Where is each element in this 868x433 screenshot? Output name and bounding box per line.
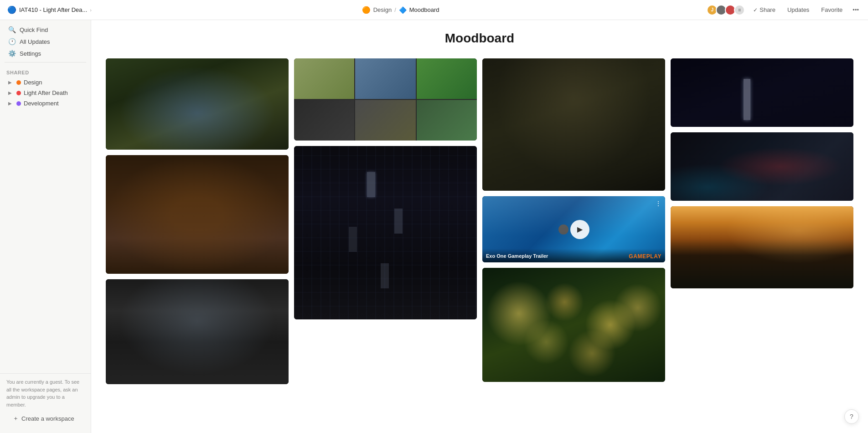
breadcrumb-page-icon: 🔷	[399, 6, 407, 14]
more-button[interactable]: •••	[851, 5, 861, 15]
search-icon: 🔍	[8, 26, 16, 33]
topbar-right: J II ✓ Share Updates Favorite •••	[707, 5, 861, 16]
grid-column-4	[671, 58, 853, 288]
dev-dot	[16, 101, 21, 106]
topbar: 🔵 IAT410 - Light After Dea... › 🟠 Design…	[0, 0, 868, 20]
image-dark-interior[interactable]	[671, 58, 853, 127]
app-icon: 🔵	[7, 5, 16, 14]
design-dot	[16, 80, 21, 85]
updates-label: Updates	[787, 6, 809, 13]
breadcrumb-design-icon: 🟠	[362, 6, 371, 14]
terrain-cell-6	[417, 100, 477, 141]
sidebar-quick-find-label: Quick Find	[20, 26, 48, 33]
terrain-cell-1	[294, 58, 354, 99]
page-title: Moodboard	[106, 31, 853, 46]
app-title[interactable]: IAT410 - Light After Dea...	[19, 6, 87, 13]
image-dark-building[interactable]	[294, 146, 477, 319]
sidebar-item-settings[interactable]: ⚙️ Settings	[2, 47, 89, 59]
sidebar-lad-label: Light After Death	[24, 89, 68, 96]
image-dark-corridor[interactable]	[671, 132, 853, 201]
ghost-figure-image	[106, 58, 289, 150]
sidebar-design-label: Design	[24, 79, 42, 86]
favorite-label: Favorite	[821, 6, 842, 13]
tree-arrow-dev: ▶	[8, 101, 14, 106]
image-ghost-creature[interactable]	[106, 279, 289, 384]
terrain-cell-3	[417, 58, 477, 99]
moodboard-grid: ▶ ⋮ Exo One Gameplay Trailer GAMEPLAY	[106, 58, 853, 384]
video-title: Exo One Gameplay Trailer	[486, 253, 548, 259]
terrain-grid-image	[294, 58, 477, 141]
ghost-creature-image	[106, 279, 289, 384]
help-button[interactable]: ?	[844, 409, 859, 424]
sidebar-item-light-after-death[interactable]: ▶ Light After Death	[2, 88, 89, 98]
zombie-portrait-image	[106, 155, 289, 274]
share-icon: ✓	[753, 7, 758, 13]
dark-building-image	[294, 146, 477, 319]
lad-dot	[16, 91, 21, 95]
dark-interior-image	[671, 58, 853, 127]
image-terrain-grid[interactable]	[294, 58, 477, 141]
share-label: Share	[760, 6, 775, 13]
image-tower-sunset[interactable]	[671, 206, 853, 288]
channel-icon	[558, 224, 568, 235]
avatar-more: II	[734, 5, 745, 16]
sidebar-item-design[interactable]: ▶ Design	[2, 77, 89, 88]
skeleton-image	[482, 58, 665, 191]
breadcrumb-separator: /	[394, 6, 396, 13]
image-zombie-portrait[interactable]	[106, 155, 289, 274]
sidebar-item-quick-find[interactable]: 🔍 Quick Find	[2, 24, 89, 36]
video-exo-one[interactable]: ▶ ⋮ Exo One Gameplay Trailer GAMEPLAY	[482, 196, 665, 262]
terrain-cell-5	[355, 100, 415, 141]
terrain-cell-2	[355, 58, 415, 99]
plus-icon: ＋	[13, 414, 19, 423]
tower-sunset-image	[671, 206, 853, 288]
tree-arrow-lad: ▶	[8, 90, 14, 95]
create-workspace-button[interactable]: ＋ Create a workspace	[6, 412, 84, 425]
sidebar: 🔍 Quick Find 🕐 All Updates ⚙️ Settings S…	[0, 20, 91, 433]
grid-column-2	[294, 58, 477, 319]
image-lights[interactable]	[482, 268, 665, 382]
dark-corridor-image	[671, 132, 853, 201]
avatar-cluster: J II	[707, 5, 745, 16]
video-more-button[interactable]: ⋮	[655, 200, 661, 207]
topbar-left: 🔵 IAT410 - Light After Dea... ›	[7, 5, 94, 14]
grid-column-3: ▶ ⋮ Exo One Gameplay Trailer GAMEPLAY	[482, 58, 665, 382]
sidebar-item-development[interactable]: ▶ Development	[2, 98, 89, 109]
sidebar-dev-label: Development	[24, 100, 59, 107]
lights-image	[482, 268, 665, 382]
create-workspace-label: Create a workspace	[21, 415, 74, 422]
updates-icon: 🕐	[8, 38, 16, 45]
video-gameplay-badge: GAMEPLAY	[629, 253, 661, 260]
sidebar-footer: You are currently a guest. To see all th…	[0, 373, 91, 429]
video-play-button[interactable]: ▶	[570, 220, 589, 239]
topbar-center: 🟠 Design / 🔷 Moodboard	[362, 6, 439, 14]
terrain-cell-4	[294, 100, 354, 141]
updates-button[interactable]: Updates	[784, 5, 813, 15]
settings-icon: ⚙️	[8, 50, 16, 57]
main-layout: 🔍 Quick Find 🕐 All Updates ⚙️ Settings S…	[0, 20, 868, 433]
sidebar-settings-label: Settings	[20, 50, 41, 57]
sidebar-section-shared: SHARED	[0, 65, 91, 77]
image-ghost-figure[interactable]	[106, 58, 289, 150]
content-area: Moodboard	[91, 20, 868, 433]
sidebar-all-updates-label: All Updates	[20, 38, 50, 45]
guest-message: You are currently a guest. To see all th…	[6, 378, 84, 408]
sidebar-divider	[5, 62, 86, 63]
image-skeleton[interactable]	[482, 58, 665, 191]
share-button[interactable]: ✓ Share	[749, 5, 779, 15]
grid-column-1	[106, 58, 289, 384]
breadcrumb-page[interactable]: Moodboard	[409, 6, 439, 13]
tree-arrow-design: ▶	[8, 80, 14, 85]
favorite-button[interactable]: Favorite	[817, 5, 846, 15]
chevron-right-icon: ›	[90, 7, 92, 13]
video-thumbnail[interactable]: ▶ ⋮ Exo One Gameplay Trailer GAMEPLAY	[482, 196, 665, 262]
breadcrumb-design[interactable]: Design	[373, 6, 392, 13]
sidebar-item-all-updates[interactable]: 🕐 All Updates	[2, 36, 89, 47]
